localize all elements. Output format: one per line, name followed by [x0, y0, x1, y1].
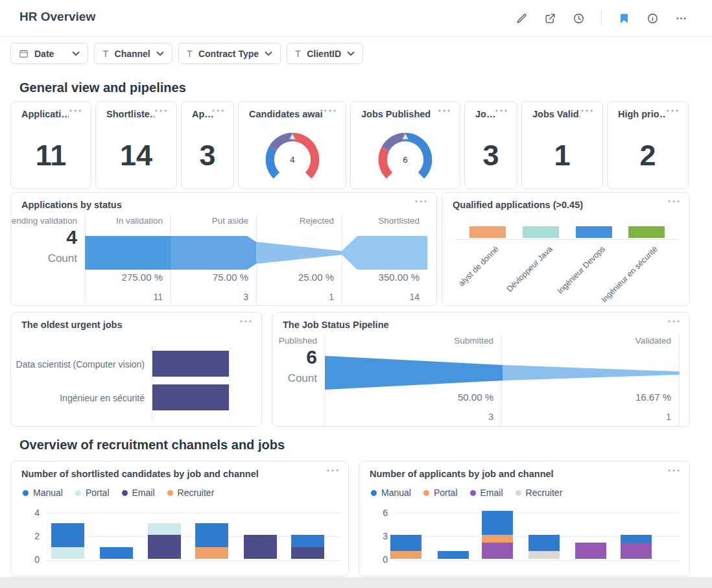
bar-segment-email — [148, 535, 181, 559]
chevron-down-icon — [265, 51, 272, 56]
funnel-first-stage: Pending validation 4 Count — [11, 193, 85, 305]
bar-segment-manual — [390, 535, 421, 551]
card-more-icon[interactable] — [495, 104, 509, 117]
stage-percent: 350.00 % — [379, 272, 420, 283]
bar-segment-email — [482, 543, 513, 559]
legend-item[interactable]: Manual — [371, 488, 411, 498]
legend-item[interactable]: Email — [470, 488, 503, 498]
bar-segment-manual — [482, 511, 513, 535]
stacked-bar[interactable] — [482, 511, 513, 559]
card-more-icon[interactable] — [668, 464, 682, 477]
stage-label: Shortlisted — [378, 216, 420, 226]
gauge-card-jobs-published: Jobs Published 6 — [350, 101, 460, 189]
header-actions — [516, 0, 687, 36]
card-more-icon[interactable] — [212, 104, 226, 117]
stacked-bar[interactable] — [100, 547, 133, 559]
filter-contract-type[interactable]: T Contract Type — [178, 43, 281, 64]
kpi-value: 3 — [465, 139, 517, 172]
legend-item[interactable]: Recruiter — [167, 488, 215, 498]
bar-segment-manual — [438, 551, 469, 559]
filter-clientid[interactable]: T ClientID — [287, 43, 363, 64]
info-icon[interactable] — [647, 12, 659, 25]
card-more-icon[interactable] — [415, 195, 429, 208]
chevron-down-icon — [72, 51, 80, 56]
card-more-icon[interactable] — [324, 104, 338, 117]
text-type-icon: T — [187, 48, 193, 59]
legend-dot — [23, 490, 29, 496]
stage-count: 3 — [488, 412, 493, 422]
stacked-bar[interactable] — [621, 535, 652, 559]
card-more-icon[interactable] — [581, 104, 595, 117]
bar-segment-manual — [528, 535, 560, 551]
stacked-bar[interactable] — [438, 551, 469, 559]
bar-segment-email — [575, 543, 606, 559]
chart-title: The oldest urgent jobs — [21, 320, 239, 330]
bar-segment-recruiter — [528, 551, 560, 559]
gridline — [46, 560, 339, 561]
legend-label: Email — [132, 488, 155, 498]
more-menu-icon[interactable] — [675, 12, 687, 25]
edit-icon[interactable] — [516, 12, 528, 25]
stage-count: 1 — [666, 412, 671, 422]
bar[interactable] — [628, 226, 665, 238]
stage-label: Validated — [635, 336, 671, 346]
legend-label: Manual — [33, 488, 63, 498]
stacked-bar[interactable] — [528, 535, 560, 559]
gridline — [394, 560, 680, 561]
chart-legend: Manual Portal Email Recruiter — [23, 488, 214, 498]
legend-item[interactable]: Email — [122, 488, 155, 498]
kpi-row: Applicati… 11 Shortliste… 14 Ap… 3 Candi… — [10, 101, 702, 189]
gauge-card-candidates-awaiting: Candidates awai… 4 — [238, 101, 346, 189]
stacked-bar[interactable] — [51, 523, 84, 559]
hbar[interactable] — [152, 384, 229, 410]
stacked-bar[interactable] — [390, 535, 421, 559]
gridline — [46, 513, 339, 513]
row-4: Number of shortlisted candidates by job … — [10, 461, 702, 576]
card-more-icon[interactable] — [668, 195, 682, 208]
bar-segment-email — [621, 543, 652, 559]
bar[interactable] — [523, 226, 559, 238]
bar-segment-portal — [51, 547, 84, 559]
card-more-icon[interactable] — [668, 315, 682, 328]
stage-percent: 25.00 % — [298, 272, 334, 283]
stacked-bar[interactable] — [148, 523, 181, 559]
card-more-icon[interactable] — [240, 315, 254, 328]
legend-dot — [167, 490, 173, 496]
text-type-icon: T — [102, 48, 108, 59]
legend-item[interactable]: Portal — [75, 488, 110, 498]
bookmark-icon[interactable] — [618, 12, 630, 25]
card-more-icon[interactable] — [438, 104, 452, 117]
history-icon[interactable] — [573, 12, 585, 25]
legend-item[interactable]: Recruiter — [516, 488, 563, 498]
bar[interactable] — [469, 226, 506, 238]
hbar[interactable] — [152, 351, 229, 377]
filter-date[interactable]: Date — [10, 43, 88, 64]
stage-count: 3 — [243, 292, 248, 302]
stacked-bar[interactable] — [244, 535, 277, 559]
card-more-icon[interactable] — [155, 104, 169, 117]
y-category-label: Data scientist (Computer vision) — [11, 359, 145, 370]
bar-segment-portal — [148, 523, 181, 535]
legend-item[interactable]: Portal — [423, 488, 458, 498]
kpi-value: 2 — [608, 139, 688, 172]
stacked-bar[interactable] — [291, 535, 324, 559]
gauge-value: 6 — [403, 155, 407, 165]
card-more-icon[interactable] — [69, 104, 83, 117]
funnel-shape — [85, 236, 427, 270]
stacked-bar[interactable] — [195, 523, 228, 559]
filter-label: ClientID — [307, 49, 341, 59]
chart-title: Qualified applications (>0.45) — [453, 200, 667, 210]
y-category-label: Ingénieur en sécurité — [11, 393, 145, 403]
share-icon[interactable] — [544, 12, 556, 25]
bar-segment-portal — [482, 535, 513, 543]
stacked-bar[interactable] — [575, 543, 606, 559]
card-more-icon[interactable] — [327, 464, 340, 477]
kpi-label: High prio… — [618, 109, 666, 119]
legend-label: Manual — [381, 488, 411, 498]
filter-bar: Date T Channel T Contract Type T ClientI… — [0, 37, 712, 64]
legend-item[interactable]: Manual — [23, 488, 63, 498]
card-more-icon[interactable] — [667, 104, 680, 117]
filter-channel[interactable]: T Channel — [94, 43, 172, 64]
bar[interactable] — [576, 226, 612, 238]
legend-label: Email — [481, 488, 503, 498]
